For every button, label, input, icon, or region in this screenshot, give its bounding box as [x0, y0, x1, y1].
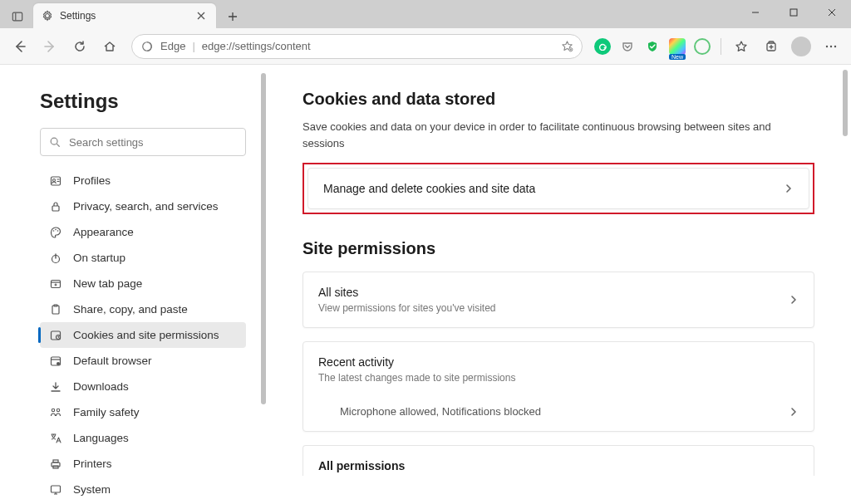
highlighted-card-wrapper: Manage and delete cookies and site data	[303, 163, 814, 214]
card-title: All permissions	[318, 459, 799, 472]
close-tab-button[interactable]	[194, 9, 208, 22]
svg-point-9	[51, 138, 57, 144]
nav-family[interactable]: Family safety	[40, 399, 246, 425]
recent-activity-detail: Microphone allowed, Notifications blocke…	[318, 405, 789, 418]
close-icon	[197, 12, 205, 20]
nav-label: System	[73, 483, 111, 496]
favorites-button[interactable]	[728, 33, 755, 60]
nav-label: Family safety	[73, 406, 140, 418]
svg-point-23	[57, 362, 60, 365]
languages-icon	[48, 431, 63, 446]
search-input[interactable]	[69, 136, 237, 149]
nav-appearance[interactable]: Appearance	[40, 219, 246, 245]
maximize-icon	[790, 8, 798, 17]
card-subtitle: View permissions for sites you've visite…	[318, 302, 789, 314]
new-badge: New	[669, 54, 686, 60]
toolbar: Edge | edge://settings/content New	[0, 28, 851, 65]
nav-downloads[interactable]: Downloads	[40, 374, 246, 399]
nav-label: Privacy, search, and services	[73, 200, 219, 213]
newtab-icon	[48, 276, 63, 291]
menu-button[interactable]	[818, 33, 844, 60]
extension-ring-icon[interactable]	[694, 38, 711, 55]
nav-label: Profiles	[73, 174, 111, 187]
close-window-button[interactable]	[813, 0, 851, 25]
printer-icon	[48, 457, 63, 472]
svg-rect-27	[53, 460, 58, 462]
svg-point-11	[53, 179, 56, 181]
download-icon	[48, 379, 63, 394]
minimize-button[interactable]	[736, 0, 775, 25]
card-title: All sites	[318, 286, 789, 299]
lock-icon	[48, 199, 63, 214]
family-icon	[48, 405, 63, 420]
plus-icon	[228, 12, 238, 22]
dots-icon	[824, 40, 838, 53]
nav-startup[interactable]: On startup	[40, 245, 246, 271]
nav-label: Cookies and site permissions	[73, 329, 219, 341]
all-sites-card[interactable]: All sites View permissions for sites you…	[303, 272, 814, 328]
nav-label: Downloads	[73, 380, 129, 393]
permissions-card-stack: All sites View permissions for sites you…	[303, 272, 814, 476]
cookies-section-description: Save cookies and data on your device in …	[303, 119, 785, 151]
nav-languages[interactable]: Languages	[40, 425, 246, 451]
tab-actions-icon	[12, 11, 23, 22]
extension-grammarly-icon[interactable]	[594, 38, 611, 55]
svg-point-7	[830, 45, 832, 46]
extension-shield-icon[interactable]	[644, 38, 661, 55]
home-icon	[103, 40, 116, 53]
collections-button[interactable]	[758, 33, 785, 60]
chevron-right-icon	[789, 295, 799, 305]
extension-rainbow-icon[interactable]: New	[669, 38, 686, 55]
maximize-button[interactable]	[775, 0, 813, 25]
content-area: Settings Profiles Privacy, search, and s…	[0, 65, 851, 504]
main-scrollbar[interactable]	[843, 70, 848, 136]
refresh-button[interactable]	[66, 33, 93, 60]
profile-icon	[48, 174, 63, 188]
browser-tab[interactable]: Settings	[33, 3, 216, 28]
tab-actions-button[interactable]	[5, 5, 30, 28]
forward-button[interactable]	[37, 33, 63, 60]
manage-cookies-card[interactable]: Manage and delete cookies and site data	[307, 168, 809, 209]
settings-nav: Profiles Privacy, search, and services A…	[40, 168, 246, 502]
card-title: Manage and delete cookies and site data	[323, 182, 784, 195]
arrow-left-icon	[13, 40, 27, 53]
new-tab-button[interactable]	[221, 5, 244, 28]
nav-default-browser[interactable]: Default browser	[40, 348, 246, 374]
chevron-right-icon	[784, 183, 794, 193]
nav-privacy[interactable]: Privacy, search, and services	[40, 193, 246, 219]
nav-label: Share, copy, and paste	[73, 303, 188, 316]
svg-rect-2	[790, 9, 797, 16]
nav-printers[interactable]: Printers	[40, 451, 246, 477]
extension-icons: New	[591, 38, 714, 55]
home-button[interactable]	[96, 33, 123, 60]
cookies-icon	[48, 328, 63, 343]
extension-pocket-icon[interactable]	[619, 38, 636, 55]
search-settings-box[interactable]	[40, 128, 246, 156]
nav-label: New tab page	[73, 277, 142, 290]
toolbar-divider	[721, 38, 721, 55]
profile-button[interactable]	[788, 33, 814, 60]
browser-icon	[48, 354, 63, 369]
nav-label: Printers	[73, 458, 112, 470]
nav-cookies[interactable]: Cookies and site permissions	[40, 322, 246, 348]
search-icon	[49, 136, 61, 148]
favorite-button[interactable]	[561, 40, 573, 52]
settings-heading: Settings	[40, 90, 246, 113]
nav-share[interactable]: Share, copy, and paste	[40, 296, 246, 322]
minimize-icon	[751, 8, 760, 17]
system-icon	[48, 482, 63, 497]
back-button[interactable]	[7, 33, 33, 60]
power-icon	[48, 251, 63, 266]
all-permissions-card[interactable]: All permissions	[303, 445, 814, 476]
address-bar[interactable]: Edge | edge://settings/content	[131, 34, 583, 59]
nav-label: Appearance	[73, 226, 134, 238]
nav-system[interactable]: System	[40, 477, 246, 502]
svg-point-25	[57, 409, 59, 411]
recent-activity-card[interactable]: Recent activity The latest changes made …	[303, 341, 814, 432]
svg-rect-12	[52, 206, 59, 211]
site-identity-icon	[140, 40, 154, 53]
nav-new-tab[interactable]: New tab page	[40, 271, 246, 296]
nav-label: Default browser	[73, 355, 152, 367]
card-subtitle: The latest changes made to site permissi…	[318, 372, 799, 384]
nav-profiles[interactable]: Profiles	[40, 168, 246, 193]
